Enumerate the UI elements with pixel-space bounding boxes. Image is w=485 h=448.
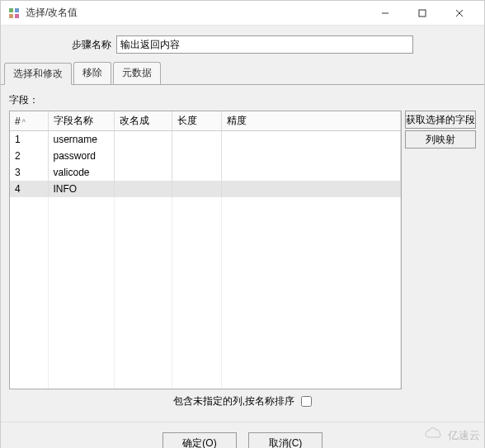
col-field-name[interactable]: 字段名称	[48, 111, 114, 131]
svg-rect-0	[9, 8, 13, 12]
app-icon	[7, 7, 21, 20]
fields-table-wrap: #^ 字段名称 改名成 长度 精度 1username2password3val…	[9, 111, 402, 389]
step-name-input[interactable]	[116, 35, 413, 54]
get-fields-button[interactable]: 获取选择的字段	[405, 111, 476, 129]
col-index[interactable]: #^	[10, 111, 48, 131]
table-row-empty	[10, 329, 401, 346]
include-unspecified-checkbox[interactable]	[301, 396, 312, 407]
tab-content: 字段： #^ 字段名称 改名成 长度 精度 1username2password…	[1, 85, 484, 417]
cloud-icon	[424, 427, 445, 443]
titlebar: 选择/改名值	[1, 1, 484, 26]
svg-rect-5	[419, 10, 426, 17]
table-row-empty	[10, 214, 401, 230]
minimize-button[interactable]	[366, 1, 403, 26]
cell-length[interactable]	[172, 181, 221, 197]
window-title: 选择/改名值	[26, 6, 366, 20]
cell-field_name[interactable]: username	[48, 131, 114, 149]
dialog-window: 选择/改名值 步骤名称 选择和修改移除元数据 字段： #^ 字段名称 改名成	[0, 0, 485, 448]
cell-index[interactable]: 3	[10, 164, 48, 181]
cell-length[interactable]	[172, 131, 221, 149]
fields-table[interactable]: #^ 字段名称 改名成 长度 精度 1username2password3val…	[10, 111, 401, 389]
table-row-empty	[10, 230, 401, 247]
cell-length[interactable]	[172, 148, 221, 164]
dialog-buttons: 确定(O) 取消(C)	[1, 422, 484, 448]
cell-field_name[interactable]: valicode	[48, 164, 114, 181]
cell-rename_to[interactable]	[114, 131, 172, 149]
svg-rect-2	[9, 14, 13, 18]
sort-arrow-icon: ^	[22, 118, 26, 126]
tab-metadata[interactable]: 元数据	[113, 62, 161, 84]
step-name-row: 步骤名称	[1, 26, 484, 62]
watermark-text: 亿速云	[448, 428, 480, 443]
fields-label: 字段：	[9, 93, 476, 107]
include-unspecified-row: 包含未指定的列,按名称排序	[9, 389, 476, 408]
step-name-label: 步骤名称	[72, 38, 111, 52]
side-buttons: 获取选择的字段 列映射	[405, 111, 476, 149]
svg-rect-3	[15, 14, 19, 18]
table-row-empty	[10, 197, 401, 214]
table-row-empty	[10, 263, 401, 280]
cell-precision[interactable]	[221, 131, 401, 149]
cell-precision[interactable]	[221, 148, 401, 164]
cell-rename_to[interactable]	[114, 164, 172, 181]
table-row-empty	[10, 346, 401, 362]
maximize-button[interactable]	[403, 1, 440, 26]
cell-precision[interactable]	[221, 164, 401, 181]
close-button[interactable]	[440, 1, 478, 26]
ok-button[interactable]: 确定(O)	[162, 432, 237, 448]
include-unspecified-label: 包含未指定的列,按名称排序	[173, 394, 294, 408]
col-rename-to[interactable]: 改名成	[114, 111, 172, 131]
table-row[interactable]: 2password	[10, 148, 401, 164]
table-row-empty	[10, 362, 401, 379]
watermark: 亿速云	[424, 427, 480, 443]
cell-field_name[interactable]: INFO	[48, 181, 114, 197]
table-row-empty	[10, 296, 401, 313]
svg-rect-1	[15, 8, 19, 12]
window-controls	[366, 1, 478, 26]
table-row[interactable]: 4INFO	[10, 181, 401, 197]
cell-rename_to[interactable]	[114, 181, 172, 197]
cell-index[interactable]: 4	[10, 181, 48, 197]
cell-index[interactable]: 1	[10, 131, 48, 149]
tabs: 选择和修改移除元数据	[1, 62, 484, 85]
table-row[interactable]: 3valicode	[10, 164, 401, 181]
cell-rename_to[interactable]	[114, 148, 172, 164]
tab-remove[interactable]: 移除	[73, 62, 111, 84]
cell-precision[interactable]	[221, 181, 401, 197]
cell-length[interactable]	[172, 164, 221, 181]
table-row[interactable]: 1username	[10, 131, 401, 149]
column-mapping-button[interactable]: 列映射	[405, 130, 476, 149]
cell-field_name[interactable]: password	[48, 148, 114, 164]
col-length[interactable]: 长度	[172, 111, 221, 131]
cell-index[interactable]: 2	[10, 148, 48, 164]
table-row-empty	[10, 313, 401, 329]
cancel-button[interactable]: 取消(C)	[248, 432, 323, 448]
table-row-empty	[10, 280, 401, 296]
table-row-empty	[10, 379, 401, 389]
table-row-empty	[10, 247, 401, 263]
col-precision[interactable]: 精度	[221, 111, 401, 131]
tab-select-modify[interactable]: 选择和修改	[4, 63, 72, 85]
